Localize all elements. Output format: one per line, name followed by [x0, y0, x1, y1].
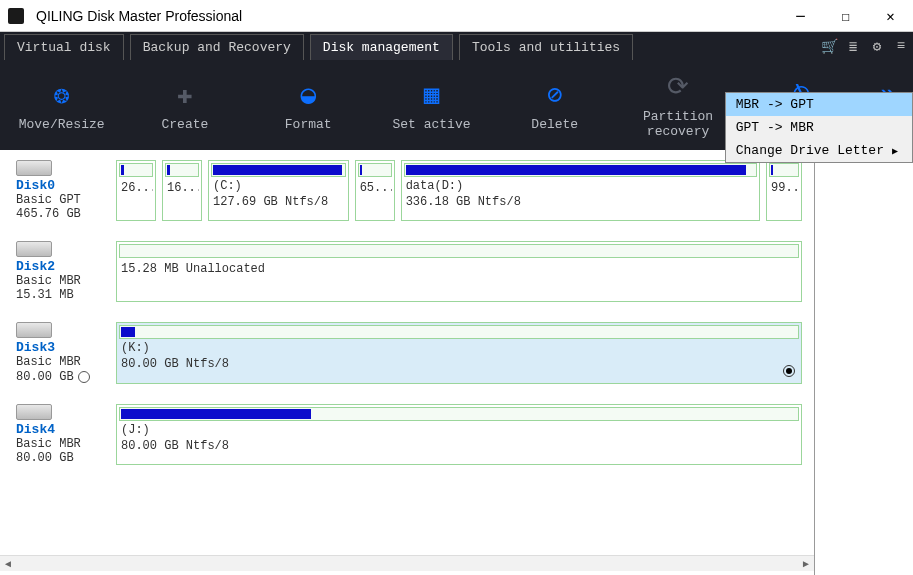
partition-label: (K:): [119, 339, 799, 355]
disk-row-disk2[interactable]: Disk2 Basic MBR 15.31 MB 15.28 MB Unallo…: [0, 231, 814, 312]
partition-size: 16...: [165, 179, 199, 195]
disk-size: 465.76 GB: [16, 207, 108, 221]
partition[interactable]: 99...: [766, 160, 802, 221]
partition-c[interactable]: (C:) 127.69 GB Ntfs/8: [208, 160, 349, 221]
partitions: 26... 16... (C:) 127.69 GB Ntfs/8 65... …: [116, 160, 802, 221]
cart-icon[interactable]: 🛒: [817, 32, 841, 60]
submenu-arrow-icon: ▶: [892, 145, 898, 157]
partition-size: 15.28 MB Unallocated: [119, 260, 799, 276]
disk-type: Basic MBR: [16, 355, 108, 369]
disk-name: Disk4: [16, 422, 108, 437]
list-icon[interactable]: ≣: [841, 32, 865, 60]
more-popup: MBR -> GPT GPT -> MBR Change Drive Lette…: [725, 92, 913, 163]
partition-d[interactable]: data(D:) 336.18 GB Ntfs/8: [401, 160, 760, 221]
partition-label: (C:): [211, 177, 346, 193]
disk-size: 15.31 MB: [16, 288, 108, 302]
disk-size: 80.00 GB: [16, 451, 108, 465]
disk-info: Disk0 Basic GPT 465.76 GB: [16, 160, 108, 221]
tool-label: Set active: [392, 118, 470, 133]
disk-type: Basic GPT: [16, 193, 108, 207]
scroll-right-button[interactable]: ►: [798, 556, 814, 572]
partition-size: 80.00 GB Ntfs/8: [119, 437, 799, 453]
tab-label: Disk management: [323, 40, 440, 55]
menu-change-drive-letter[interactable]: Change Drive Letter▶: [726, 139, 912, 162]
partition[interactable]: 26...: [116, 160, 156, 221]
partition-label: data(D:): [404, 177, 757, 193]
tool-partition-recovery[interactable]: ⟳ Partition recovery: [616, 60, 739, 150]
tab-label: Tools and utilities: [472, 40, 620, 55]
tool-delete[interactable]: ⊘ Delete: [493, 60, 616, 150]
create-icon: ✚: [177, 78, 193, 112]
delete-icon: ⊘: [547, 78, 563, 112]
tab-disk-management[interactable]: Disk management: [310, 34, 453, 60]
partition[interactable]: 16...: [162, 160, 202, 221]
tab-backup-recovery[interactable]: Backup and Recovery: [130, 34, 304, 60]
partition-j[interactable]: (J:) 80.00 GB Ntfs/8: [116, 404, 802, 465]
disk-type: Basic MBR: [16, 274, 108, 288]
partition-size: 26...: [119, 179, 153, 195]
tool-move-resize[interactable]: ❂ Move/Resize: [0, 60, 123, 150]
partition-unallocated[interactable]: 15.28 MB Unallocated: [116, 241, 802, 302]
partition[interactable]: 65...: [355, 160, 395, 221]
tool-label: Partition recovery: [643, 110, 713, 140]
partition-size: 99...: [769, 179, 799, 195]
tool-set-active[interactable]: ▦ Set active: [370, 60, 493, 150]
disk-list: Disk0 Basic GPT 465.76 GB 26... 16... (C…: [0, 150, 814, 571]
app-logo-icon: [8, 8, 24, 24]
partition-size: 336.18 GB Ntfs/8: [404, 193, 757, 209]
partitions: (K:) 80.00 GB Ntfs/8: [116, 322, 802, 384]
tool-label: Delete: [531, 118, 578, 133]
disk-info: Disk4 Basic MBR 80.00 GB: [16, 404, 108, 465]
titlebar: QILING Disk Master Professional ─ ☐ ✕: [0, 0, 913, 32]
pane-divider: [814, 150, 815, 575]
partition-recovery-icon: ⟳: [667, 70, 689, 104]
tab-virtual-disk[interactable]: Virtual disk: [4, 34, 124, 60]
partitions: (J:) 80.00 GB Ntfs/8: [116, 404, 802, 465]
main-tabs: Virtual disk Backup and Recovery Disk ma…: [0, 32, 913, 60]
disk-row-disk4[interactable]: Disk4 Basic MBR 80.00 GB (J:) 80.00 GB N…: [0, 394, 814, 475]
partition-selected-radio[interactable]: [783, 365, 795, 377]
tool-format[interactable]: ◒ Format: [247, 60, 370, 150]
window-title: QILING Disk Master Professional: [32, 8, 778, 24]
menu-mbr-to-gpt[interactable]: MBR -> GPT: [726, 93, 912, 116]
close-button[interactable]: ✕: [868, 1, 913, 31]
tool-label: Create: [162, 118, 209, 133]
disk-info: Disk3 Basic MBR 80.00 GB: [16, 322, 108, 384]
disk-name: Disk2: [16, 259, 108, 274]
tool-create[interactable]: ✚ Create: [123, 60, 246, 150]
partition-size: 80.00 GB Ntfs/8: [119, 355, 799, 371]
partitions: 15.28 MB Unallocated: [116, 241, 802, 302]
hdd-icon: [16, 160, 52, 176]
disk-type: Basic MBR: [16, 437, 108, 451]
tool-label: Move/Resize: [19, 118, 105, 133]
scroll-left-button[interactable]: ◄: [0, 556, 16, 572]
tab-tools-utilities[interactable]: Tools and utilities: [459, 34, 633, 60]
hdd-icon: [16, 241, 52, 257]
horizontal-scrollbar[interactable]: ◄ ►: [0, 555, 814, 571]
tab-label: Backup and Recovery: [143, 40, 291, 55]
maximize-button[interactable]: ☐: [823, 1, 868, 31]
disk-row-disk0[interactable]: Disk0 Basic GPT 465.76 GB 26... 16... (C…: [0, 150, 814, 231]
hdd-icon: [16, 322, 52, 338]
menu-icon[interactable]: ≡: [889, 32, 913, 60]
disk-row-disk3[interactable]: Disk3 Basic MBR 80.00 GB (K:) 80.00 GB N…: [0, 312, 814, 394]
gear-icon[interactable]: ⚙: [865, 32, 889, 60]
menu-label: GPT -> MBR: [736, 120, 814, 135]
disk-info: Disk2 Basic MBR 15.31 MB: [16, 241, 108, 302]
disk-name: Disk3: [16, 340, 108, 355]
format-icon: ◒: [300, 78, 316, 112]
partition-size: 127.69 GB Ntfs/8: [211, 193, 346, 209]
tool-label: Format: [285, 118, 332, 133]
menu-gpt-to-mbr[interactable]: GPT -> MBR: [726, 116, 912, 139]
disk-name: Disk0: [16, 178, 108, 193]
minimize-button[interactable]: ─: [778, 1, 823, 31]
menu-label: Change Drive Letter: [736, 143, 884, 158]
partition-size: 65...: [358, 179, 392, 195]
set-active-icon: ▦: [424, 78, 440, 112]
hdd-icon: [16, 404, 52, 420]
tab-label: Virtual disk: [17, 40, 111, 55]
disk-radio[interactable]: [78, 371, 90, 383]
partition-label: (J:): [119, 421, 799, 437]
menu-label: MBR -> GPT: [736, 97, 814, 112]
partition-k-selected[interactable]: (K:) 80.00 GB Ntfs/8: [116, 322, 802, 384]
